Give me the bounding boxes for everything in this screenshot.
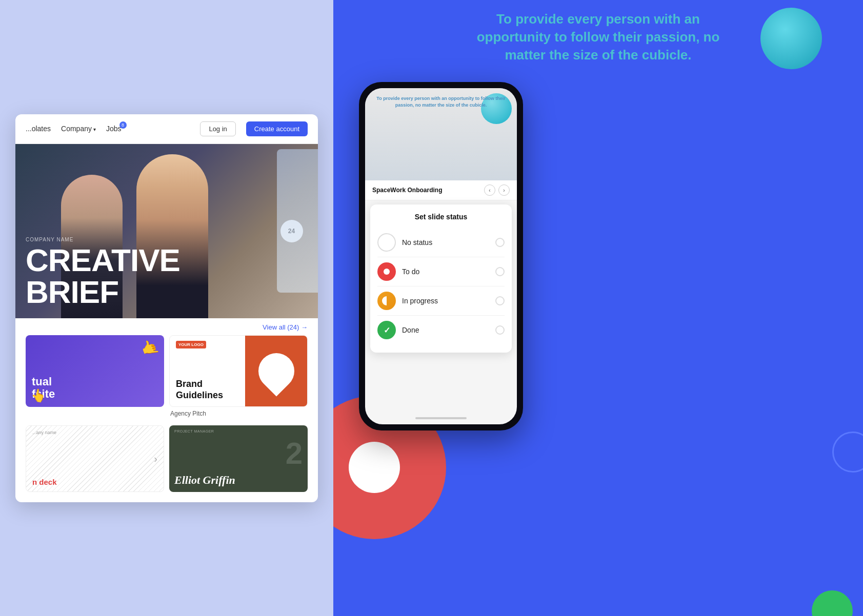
status-icon-red (377, 262, 396, 281)
status-label-no-status: No status (402, 238, 489, 247)
onboarding-title: SpaceWork Onboarding (372, 187, 442, 194)
prev-arrow[interactable]: ‹ (484, 184, 495, 196)
brand-title: Brand Guidelines (176, 379, 239, 401)
chevron-right-icon: › (154, 453, 157, 464)
brand-left: YOUR LOGO Brand Guidelines (170, 336, 245, 406)
hero-text-overlay: Company Name CREATIVE BRIEF (26, 237, 180, 308)
view-all-row: View all (24) → (15, 318, 318, 335)
teal-ball-decoration (760, 8, 822, 69)
checkmark-icon: ✓ (384, 325, 390, 335)
status-icon-orange (377, 292, 396, 310)
status-option-no-status[interactable]: No status (377, 228, 505, 257)
red-circle-inner (349, 442, 400, 493)
template-card-virtual[interactable]: 🤙 tual fsite 👆 (26, 335, 164, 417)
right-panel: To provide every person with an opportun… (333, 0, 863, 616)
status-label-done: Done (402, 326, 489, 334)
blue-circle-decoration (832, 432, 863, 473)
nav-company[interactable]: Company (61, 125, 96, 133)
elliot-name: Elliot Griffin (174, 474, 303, 486)
hero-company-name: Company Name (26, 237, 180, 242)
brand-logo: YOUR LOGO (176, 341, 206, 348)
motivation-text: To provide every person with an opportun… (470, 10, 727, 64)
status-radio-no-status (495, 238, 505, 247)
nav-arrows: ‹ › (484, 184, 510, 196)
nav-templates[interactable]: ...olates (26, 125, 51, 133)
deck-text: n deck (32, 478, 57, 486)
slide-title-bar: SpaceWork Onboarding ‹ › (365, 180, 517, 200)
slide-preview-text: To provide every person with an opportun… (372, 95, 510, 108)
nav-jobs[interactable]: Jobs 8 (106, 125, 122, 133)
hand-icon-top: 🤙 (138, 337, 161, 359)
hero-stack-card (277, 149, 318, 293)
green-circle-decoration (812, 590, 853, 616)
status-label-in-progress: In progress (402, 297, 489, 305)
template-card-dark[interactable]: PROJECT MANAGER 2 Elliot Griffin (169, 425, 308, 492)
create-account-button[interactable]: Create account (246, 121, 308, 136)
big-number: 2 (286, 436, 303, 471)
brand-shape (251, 345, 302, 396)
phone-home-bar (415, 417, 467, 419)
brand-right (245, 336, 307, 406)
hand-icon-bottom: 👆 (30, 387, 47, 404)
deck-company-label: ...any name (32, 430, 56, 435)
status-icon-green: ✓ (377, 321, 396, 339)
status-option-done[interactable]: ✓ Done (377, 316, 505, 344)
template-card-brand[interactable]: YOUR LOGO Brand Guidelines Agency Pitch (169, 335, 308, 417)
slide-preview: To provide every person with an opportun… (365, 88, 517, 180)
status-modal: Set slide status No status To do (370, 204, 512, 353)
status-icon-empty (377, 233, 396, 252)
login-button[interactable]: Log in (200, 121, 235, 136)
status-modal-title: Set slide status (377, 213, 505, 221)
status-option-in-progress[interactable]: In progress (377, 286, 505, 316)
pm-label: PROJECT MANAGER (174, 429, 303, 433)
slide-preview-content: To provide every person with an opportun… (365, 88, 517, 180)
browser-nav: ...olates Company Jobs 8 Log in Create a… (15, 114, 318, 144)
hero-image: Company Name CREATIVE BRIEF 24 (15, 144, 318, 318)
templates-grid-bottom: ...any name n deck › PROJECT MANAGER 2 E… (15, 425, 318, 502)
phone-screen: To provide every person with an opportun… (365, 88, 517, 424)
status-label-todo: To do (402, 268, 489, 276)
phone-mockup: To provide every person with an opportun… (359, 82, 523, 430)
templates-grid: 🤙 tual fsite 👆 YOUR LOGO Brand Guideline… (15, 335, 318, 425)
status-radio-todo (495, 267, 505, 276)
status-option-todo[interactable]: To do (377, 257, 505, 286)
browser-window: ...olates Company Jobs 8 Log in Create a… (15, 114, 318, 502)
status-icon-half-circle (382, 296, 391, 305)
left-panel: ...olates Company Jobs 8 Log in Create a… (0, 0, 333, 616)
status-radio-in-progress (495, 296, 505, 305)
status-icon-dot-red (384, 269, 390, 275)
next-arrow[interactable]: › (498, 184, 510, 196)
template-label-brand: Agency Pitch (169, 410, 308, 417)
jobs-badge: 8 (119, 121, 127, 129)
status-radio-done (495, 325, 505, 335)
view-all-link[interactable]: View all (24) → (263, 323, 308, 331)
hero-title: CREATIVE BRIEF (26, 244, 180, 308)
template-card-deck[interactable]: ...any name n deck › (26, 425, 164, 492)
